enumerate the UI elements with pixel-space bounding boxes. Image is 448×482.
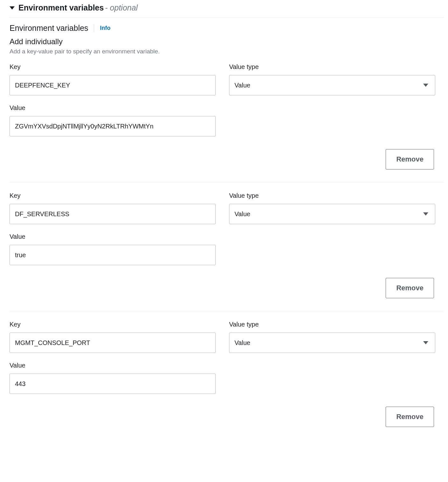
key-input[interactable] <box>10 333 216 353</box>
value-type-label: Value type <box>229 192 435 199</box>
key-label: Key <box>10 192 216 199</box>
value-type-label: Value type <box>229 321 435 328</box>
subtitle: Add individually <box>10 37 444 46</box>
value-input[interactable] <box>10 245 216 265</box>
remove-button[interactable]: Remove <box>386 278 434 298</box>
key-label: Key <box>10 321 216 328</box>
key-input[interactable] <box>10 204 216 224</box>
env-var-entry: Key Value type Value Value Remove <box>10 192 444 311</box>
value-type-select[interactable]: Value <box>229 75 435 95</box>
inner-heading: Environment variables <box>10 24 88 33</box>
subtitle-description: Add a key-value pair to specify an envir… <box>10 48 444 55</box>
remove-button[interactable]: Remove <box>386 407 434 427</box>
key-label: Key <box>10 63 216 71</box>
info-link[interactable]: Info <box>100 25 110 31</box>
section-title: Environment variables <box>18 3 104 12</box>
caret-down-icon <box>10 6 15 10</box>
value-type-select[interactable]: Value <box>229 204 435 224</box>
env-var-entry: Key Value type Value Value Remove <box>10 63 444 182</box>
value-label: Value <box>10 104 216 112</box>
section-optional-suffix: - optional <box>105 3 138 12</box>
remove-button[interactable]: Remove <box>386 149 434 169</box>
value-input[interactable] <box>10 116 216 136</box>
value-input[interactable] <box>10 374 216 394</box>
env-var-entry: Key Value type Value Value Remove <box>10 321 444 427</box>
key-input[interactable] <box>10 75 216 95</box>
value-label: Value <box>10 362 216 369</box>
value-label: Value <box>10 233 216 240</box>
section-header[interactable]: Environment variables - optional <box>10 3 444 18</box>
value-type-select[interactable]: Value <box>229 333 435 353</box>
value-type-label: Value type <box>229 63 435 71</box>
vertical-divider <box>94 24 94 32</box>
